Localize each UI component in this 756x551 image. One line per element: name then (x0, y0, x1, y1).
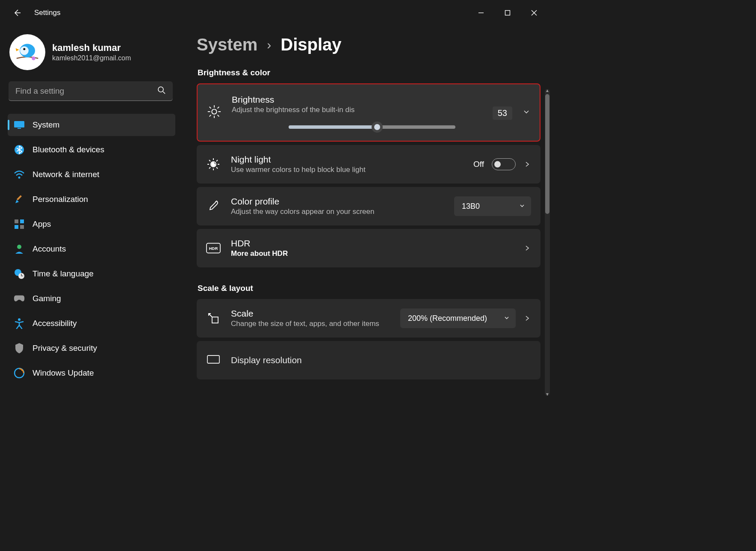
night-light-title: Night light (231, 154, 463, 165)
card-display-resolution[interactable]: Display resolution (197, 341, 540, 379)
avatar (9, 34, 45, 70)
close-button[interactable] (521, 4, 547, 21)
svg-line-38 (209, 160, 210, 161)
card-color-profile[interactable]: Color profile Adjust the way colors appe… (197, 187, 540, 225)
nav-label: Windows Update (32, 368, 94, 378)
scrollbar[interactable]: ▲ ▼ (545, 89, 550, 396)
nav-item-system[interactable]: System (8, 114, 175, 136)
nav-label: Network & internet (32, 170, 99, 179)
chevron-down-icon (523, 108, 530, 115)
svg-point-19 (17, 245, 21, 249)
svg-line-30 (218, 115, 219, 117)
svg-rect-11 (18, 128, 21, 129)
scroll-up-arrow[interactable]: ▲ (545, 88, 550, 93)
search-icon (157, 86, 166, 96)
svg-line-32 (210, 115, 211, 117)
card-scale[interactable]: Scale Change the size of text, apps, and… (197, 299, 540, 338)
nav-label: Accounts (32, 244, 66, 254)
svg-point-24 (212, 109, 216, 114)
search-input[interactable] (9, 81, 173, 101)
scale-arrow[interactable] (523, 314, 531, 322)
svg-text:HDR: HDR (209, 246, 218, 251)
scale-dropdown[interactable]: 200% (Recommended) (400, 308, 516, 328)
nav-label: Accessibility (32, 319, 77, 328)
section-title-scale-layout: Scale & layout (198, 284, 540, 293)
nav-label: System (32, 120, 59, 130)
svg-line-29 (210, 107, 211, 109)
nav-item-accounts[interactable]: Accounts (8, 238, 175, 260)
breadcrumb-current: Display (281, 35, 341, 54)
chevron-down-icon (504, 314, 510, 323)
update-icon (14, 367, 25, 379)
slider-thumb[interactable] (372, 121, 383, 133)
color-profile-dropdown[interactable]: 13B0 (454, 196, 531, 216)
wifi-icon (14, 169, 25, 180)
app-title: Settings (34, 9, 60, 17)
svg-rect-44 (212, 317, 218, 323)
back-button[interactable] (9, 4, 26, 21)
nav-item-privacy[interactable]: Privacy & security (8, 337, 175, 359)
slider-fill (289, 125, 377, 129)
scrollbar-thumb[interactable] (545, 94, 549, 214)
breadcrumb-parent[interactable]: System (197, 35, 257, 54)
close-icon (531, 10, 537, 16)
chevron-right-icon (524, 245, 530, 251)
svg-rect-16 (20, 219, 24, 223)
night-light-toggle[interactable] (492, 158, 516, 170)
svg-line-31 (218, 107, 219, 109)
nav-item-accessibility[interactable]: Accessibility (8, 312, 175, 335)
nav-item-time-language[interactable]: Time & language (8, 263, 175, 285)
person-icon (14, 243, 25, 255)
svg-point-8 (158, 87, 163, 92)
hdr-sub: More about HDR (231, 249, 513, 258)
resolution-icon (206, 353, 221, 367)
scroll-down-arrow[interactable]: ▼ (545, 392, 550, 397)
night-light-sub: Use warmer colors to help block blue lig… (231, 166, 463, 174)
nav-item-bluetooth[interactable]: Bluetooth & devices (8, 139, 175, 161)
maximize-button[interactable] (494, 4, 521, 21)
nav-item-personalization[interactable]: Personalization (8, 188, 175, 210)
nav-item-update[interactable]: Windows Update (8, 362, 175, 384)
maximize-icon (505, 10, 511, 16)
clock-globe-icon (14, 268, 25, 279)
dropdown-value: 200% (Recommended) (408, 314, 487, 323)
svg-rect-1 (505, 11, 510, 15)
svg-point-22 (18, 318, 21, 321)
brightness-title: Brightness (232, 95, 511, 105)
arrow-left-icon (13, 9, 21, 17)
svg-rect-17 (15, 225, 18, 229)
nav-label: Bluetooth & devices (32, 145, 104, 154)
brightness-slider[interactable] (289, 125, 455, 129)
svg-rect-45 (207, 355, 219, 363)
nav-item-apps[interactable]: Apps (8, 213, 175, 235)
card-hdr[interactable]: HDR HDR More about HDR (197, 229, 540, 267)
brightness-sub: Adjust the brightness of the built-in di… (232, 106, 511, 114)
hdr-icon: HDR (206, 241, 221, 255)
svg-rect-10 (14, 121, 24, 127)
apps-icon (14, 219, 25, 230)
svg-line-41 (209, 167, 210, 169)
hdr-arrow[interactable] (523, 244, 531, 252)
expand-toggle[interactable] (523, 108, 530, 116)
breadcrumb: System › Display (197, 35, 540, 54)
sidebar: kamlesh kumar kamlesh2011@gmail.com Syst… (0, 26, 180, 401)
card-night-light[interactable]: Night light Use warmer colors to help bl… (197, 145, 540, 184)
nav-item-gaming[interactable]: Gaming (8, 287, 175, 310)
night-light-arrow[interactable] (523, 160, 531, 168)
hdr-title: HDR (231, 238, 513, 249)
window-controls (468, 4, 547, 21)
chevron-right-icon: › (267, 38, 271, 52)
svg-point-5 (20, 46, 29, 55)
accessibility-icon (14, 318, 25, 329)
minimize-button[interactable] (468, 4, 494, 21)
profile[interactable]: kamlesh kumar kamlesh2011@gmail.com (9, 34, 175, 70)
content: System › Display Brightness & color Brig… (180, 26, 551, 401)
resolution-title: Display resolution (231, 355, 531, 365)
shield-icon (14, 343, 25, 354)
minimize-icon (478, 10, 484, 16)
card-brightness[interactable]: Brightness Adjust the brightness of the … (197, 83, 540, 142)
svg-rect-18 (20, 225, 24, 229)
nav-item-network[interactable]: Network & internet (8, 163, 175, 186)
svg-point-13 (18, 177, 21, 179)
nav-label: Apps (32, 219, 51, 229)
